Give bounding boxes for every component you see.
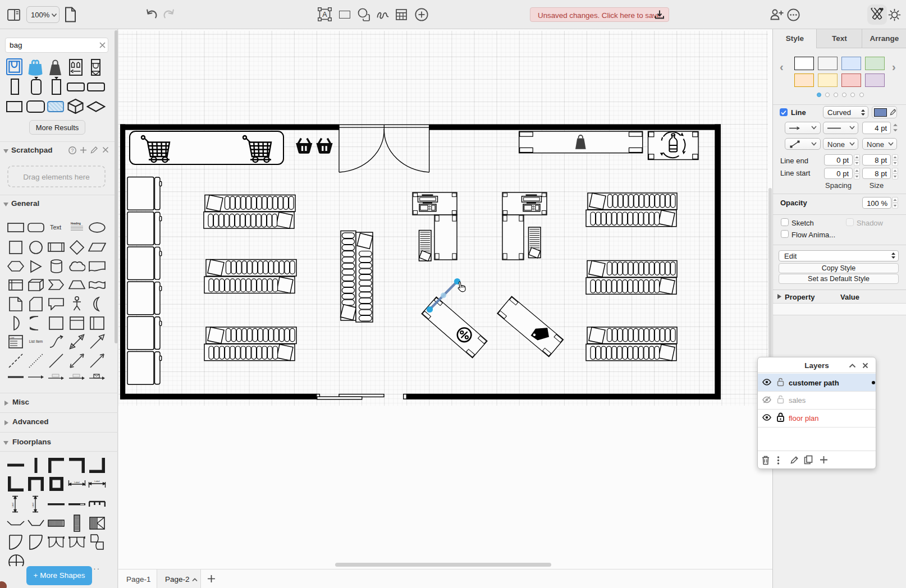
svg-text:List: List: [11, 336, 15, 338]
svg-text:Label: Label: [94, 480, 99, 483]
svg-text:?: ?: [71, 148, 74, 153]
svg-text:Label: Label: [31, 502, 34, 507]
svg-text:Label: Label: [74, 481, 79, 484]
svg-text:Label: Label: [11, 502, 13, 507]
svg-text:Heading: Heading: [71, 222, 81, 225]
svg-text:A: A: [322, 11, 327, 19]
